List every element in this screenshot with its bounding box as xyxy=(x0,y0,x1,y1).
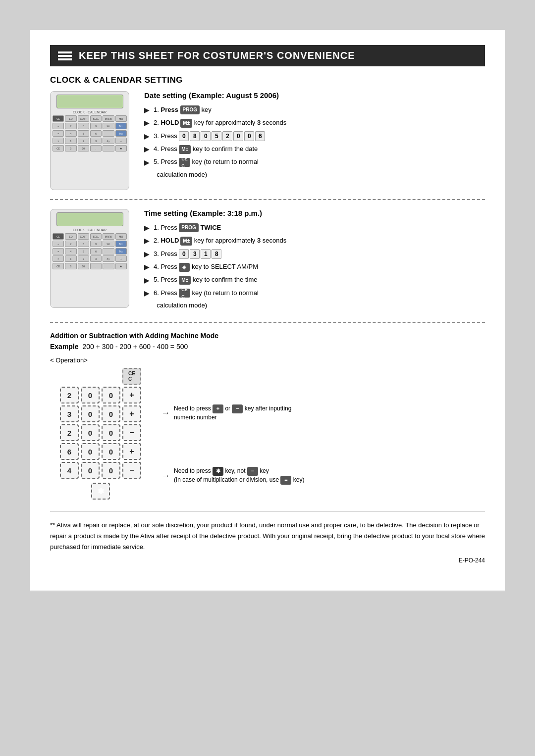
header-bar: KEEP THIS SHEET FOR COSTUMER'S CONVENIEN… xyxy=(50,45,485,66)
calc-screen-date xyxy=(56,95,123,108)
date-instructions: Date setting (Example: August 5 2006) ▶ … xyxy=(144,91,485,182)
warranty-ref: E-PO-244 xyxy=(50,555,485,565)
time-step-6: ▶ 6. Press CEC key (to return to normal xyxy=(144,288,485,299)
arrow-icon-1: ▶ xyxy=(144,104,150,115)
arrow-icon-t6: ▶ xyxy=(144,288,150,299)
time-steps-list: ▶ 1. Press PROG TWICE ▶ 2. HOLD M± key f… xyxy=(144,222,485,311)
mplus-key-1: M± xyxy=(180,119,192,128)
note-1: → Need to press + or − key after inputti… xyxy=(161,404,304,422)
addition-section: Addition or Subtraction with Adding Mach… xyxy=(50,332,485,500)
mplus-key-4: M± xyxy=(179,276,191,285)
date-steps-list: ▶ 1. Press PROG key ▶ 2. HOLD M± key for… xyxy=(144,104,485,180)
time-setting-row: CLOCK · CALENDAR CEEQCOSTSELLMARKMO ÷789… xyxy=(50,209,485,313)
plus-key-note: + xyxy=(213,404,223,413)
arrow-icon-4: ▶ xyxy=(144,144,150,154)
star-key-note: ✱ xyxy=(213,467,223,476)
keypad-row-2: 3 0 0 + xyxy=(60,405,141,422)
keypad-row-4: 6 0 0 + xyxy=(60,443,141,460)
addition-example: Example 200 + 300 - 200 + 600 - 400 = 50… xyxy=(50,343,485,351)
minus-key-note: − xyxy=(232,404,243,413)
arrow-icon-t5: ▶ xyxy=(144,275,150,286)
prog-key-2: PROG xyxy=(179,223,198,232)
keypad-row-1: 2 0 0 + xyxy=(60,387,141,403)
date-sequence: 08052006 xyxy=(179,131,265,141)
date-step-4: ▶ 4. Press M± key to confirm the date xyxy=(144,144,485,154)
operation-label: < Operation> xyxy=(50,356,485,364)
time-step-6b: calculation mode) xyxy=(144,301,485,311)
prog-key-1: PROG xyxy=(180,105,200,114)
calc-diagram: CEC 2 0 0 + 3 0 0 + 2 0 0 xyxy=(60,368,485,500)
calc-keys-time: CEEQCOSTSELLMARKMO ÷789%±M± =456M± ×123#… xyxy=(53,233,127,269)
addition-title: Addition or Subtraction with Adding Mach… xyxy=(50,332,485,340)
date-setting-title: Date setting (Example: August 5 2006) xyxy=(144,91,485,100)
arrow-icon-5: ▶ xyxy=(144,157,150,168)
date-step-3: ▶ 3. Press 08052006 xyxy=(144,131,485,142)
arrow-icon-t2: ▶ xyxy=(144,235,150,246)
note-2: → Need to press ✱ key, not − key(In case… xyxy=(161,467,304,485)
keypad-row-3: 2 0 0 − xyxy=(60,424,141,441)
mplus-key-3: M± xyxy=(180,237,192,246)
arrow-icon-t1: ▶ xyxy=(144,222,150,233)
time-step-1: ▶ 1. Press PROG TWICE xyxy=(144,222,485,233)
minus-key-note2: − xyxy=(247,467,258,476)
mplus-key-2: M± xyxy=(179,145,191,154)
page: KEEP THIS SHEET FOR COSTUMER'S CONVENIEN… xyxy=(30,30,505,591)
arrow-icon-t3: ▶ xyxy=(144,249,150,259)
arrow-icon-3: ▶ xyxy=(144,131,150,142)
ce-key-2: CEC xyxy=(179,289,190,298)
date-setting-row: CLOCK · CALENDAR CEEQCOSTSELLMARKMO ÷789… xyxy=(50,91,485,190)
diagram-notes: → Need to press + or − key after inputti… xyxy=(161,368,304,487)
clock-section-title: CLOCK & CALENDAR SETTING xyxy=(50,75,485,85)
star-key: ✱ xyxy=(91,483,110,500)
time-setting-title: Time setting (Example: 3:18 p.m.) xyxy=(144,209,485,217)
warranty-section: ** Ativa will repair or replace, at our … xyxy=(50,511,485,566)
arrow-icon-t4: ▶ xyxy=(144,261,150,272)
header-title: KEEP THIS SHEET FOR COSTUMER'S CONVENIEN… xyxy=(79,50,355,61)
time-step-3: ▶ 3. Press 0318 xyxy=(144,249,485,259)
date-calculator-image: CLOCK · CALENDAR CEEQCOSTSELLMARKMO ÷789… xyxy=(50,91,129,190)
diamond-key: ◈ xyxy=(179,263,190,272)
note-2-text: Need to press ✱ key, not − key(In case o… xyxy=(174,467,304,485)
divider-1 xyxy=(50,199,485,200)
warranty-text: ** Ativa will repair or replace, at our … xyxy=(50,521,485,551)
divider-2 xyxy=(50,322,485,323)
connector-arrow-2: → xyxy=(161,471,170,481)
header-lines-icon xyxy=(58,51,72,60)
time-step-4: ▶ 4. Press ◈ key to SELECT AM/PM xyxy=(144,261,485,272)
time-sequence: 0318 xyxy=(179,249,221,259)
note-1-text: Need to press + or − key after inputting… xyxy=(174,404,291,422)
date-step-1: ▶ 1. Press PROG key xyxy=(144,104,485,115)
date-step-2: ▶ 2. HOLD M± key for approximately 3 sec… xyxy=(144,117,485,128)
ce-key-1: CEC xyxy=(179,158,190,167)
connector-arrow-1: → xyxy=(161,408,170,418)
ce-top-key: CEC xyxy=(122,368,141,385)
calc-screen-time xyxy=(56,212,123,226)
calc-keys-date: CEEQCOSTSELLMARKMO ÷789%±M± =456M± ×123#… xyxy=(53,115,127,151)
arrow-icon-2: ▶ xyxy=(144,117,150,128)
keypad-row-5: 4 0 0 − xyxy=(60,462,141,479)
time-step-5: ▶ 5. Press M± key to confirm the time xyxy=(144,275,485,286)
time-calculator-image: CLOCK · CALENDAR CEEQCOSTSELLMARKMO ÷789… xyxy=(50,209,129,308)
date-step-5: ▶ 5. Press CEC key (to return to normal xyxy=(144,157,485,168)
eq-key-note: = xyxy=(280,476,291,485)
time-step-2: ▶ 2. HOLD M± key for approximately 3 sec… xyxy=(144,235,485,246)
date-step-5b: calculation mode) xyxy=(144,170,485,180)
time-instructions: Time setting (Example: 3:18 p.m.) ▶ 1. P… xyxy=(144,209,485,313)
